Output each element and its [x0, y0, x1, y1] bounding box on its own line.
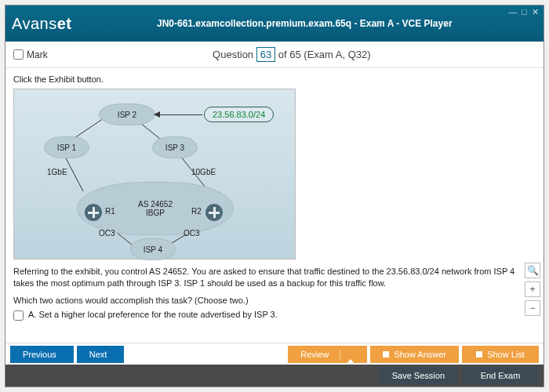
- mark-checkbox-wrap[interactable]: Mark: [13, 49, 48, 60]
- exhibit-instruction: Click the Exhibit button.: [13, 74, 536, 84]
- close-button[interactable]: ✕: [532, 7, 539, 17]
- show-list-label: Show List: [487, 350, 525, 359]
- as-number: AS 24652: [138, 200, 173, 209]
- option-a-text: A. Set a higher local preference for the…: [28, 310, 278, 319]
- arrow-head-icon: [154, 111, 160, 118]
- oc3-label-2: OC3: [184, 229, 200, 238]
- question-content: Click the Exhibit button. ISP 2 ISP 1 IS…: [5, 68, 544, 343]
- nav-footer: Previous Next Review Show Answer Show Li…: [5, 343, 544, 365]
- router-r2-icon: [205, 204, 223, 221]
- choose-instruction: Which two actions would accomplish this …: [13, 296, 536, 305]
- next-label: Next: [89, 350, 107, 359]
- isp3-label: ISP 3: [165, 143, 184, 152]
- network-box: 23.56.83.0/24: [204, 107, 274, 122]
- window-title: JN0-661.examcollection.premium.exam.65q …: [72, 18, 537, 29]
- router-r1-icon: [85, 204, 102, 221]
- previous-label: Previous: [23, 350, 56, 359]
- question-text: Referring to the exhibit, you control AS…: [13, 266, 536, 289]
- 1gbe-label: 1GbE: [47, 168, 67, 176]
- minimize-button[interactable]: —: [508, 7, 517, 17]
- mark-label: Mark: [27, 49, 48, 60]
- view-tools: 🔍 + −: [525, 263, 540, 316]
- mark-checkbox[interactable]: [13, 49, 24, 60]
- end-exam-button[interactable]: End Exam: [462, 367, 539, 384]
- question-total: of 65 (Exam A, Q32): [278, 49, 371, 60]
- question-header: Mark Question 63 of 65 (Exam A, Q32): [5, 42, 544, 68]
- stop-icon: [383, 351, 389, 358]
- question-label: Question: [213, 49, 253, 60]
- zoom-in-button[interactable]: +: [525, 281, 540, 297]
- oc3-label-1: OC3: [99, 229, 115, 238]
- stop-icon: [476, 351, 482, 358]
- show-answer-label: Show Answer: [394, 350, 446, 359]
- isp4-cloud: ISP 4: [130, 238, 176, 260]
- maximize-button[interactable]: □: [522, 7, 527, 17]
- arrow-line: [157, 114, 202, 115]
- logo-part-a: Avans: [12, 15, 57, 32]
- isp2-label: ISP 2: [118, 111, 136, 119]
- review-label: Review: [300, 350, 329, 359]
- option-a[interactable]: A. Set a higher local preference for the…: [13, 310, 536, 321]
- app-window: Avanset JN0-661.examcollection.premium.e…: [5, 5, 544, 387]
- show-list-button[interactable]: Show List: [462, 346, 539, 363]
- exhibit-image: ISP 2 ISP 1 ISP 3 AS 24652 IBGP ISP 4 1G…: [13, 89, 296, 260]
- question-number: 63: [256, 47, 275, 62]
- 10gbe-label: 10GbE: [191, 168, 216, 176]
- review-button[interactable]: Review: [288, 346, 367, 363]
- show-answer-button[interactable]: Show Answer: [370, 346, 459, 363]
- save-session-button[interactable]: Save Session: [380, 367, 457, 384]
- isp3-cloud: ISP 3: [152, 136, 198, 158]
- session-footer: Save Session End Exam: [5, 365, 544, 387]
- logo-part-b: et: [57, 15, 72, 32]
- next-button[interactable]: Next: [77, 346, 125, 363]
- triangle-up-icon: [347, 350, 354, 364]
- titlebar: Avanset JN0-661.examcollection.premium.e…: [5, 5, 544, 42]
- isp1-label: ISP 1: [57, 143, 76, 152]
- isp4-label: ISP 4: [144, 245, 162, 254]
- r1-label: R1: [105, 207, 115, 216]
- r2-label: R2: [191, 207, 202, 216]
- question-counter: Question 63 of 65 (Exam A, Q32): [48, 47, 536, 62]
- window-controls: — □ ✕: [508, 7, 539, 17]
- option-a-checkbox[interactable]: [13, 310, 24, 321]
- previous-button[interactable]: Previous: [10, 346, 74, 363]
- isp1-cloud: ISP 1: [44, 136, 89, 158]
- isp2-cloud: ISP 2: [99, 103, 155, 125]
- ibgp-label: IBGP: [138, 209, 173, 217]
- app-logo: Avanset: [12, 15, 72, 33]
- network-label: 23.56.83.0/24: [213, 110, 265, 119]
- zoom-out-button[interactable]: −: [525, 300, 540, 316]
- search-button[interactable]: 🔍: [525, 263, 540, 278]
